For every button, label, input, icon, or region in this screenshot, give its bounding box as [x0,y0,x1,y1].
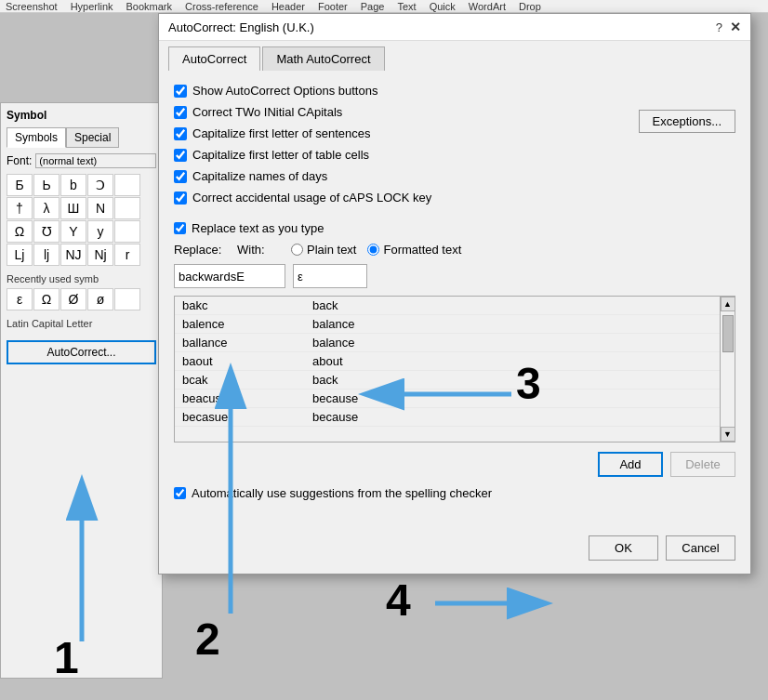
char-cell[interactable]: λ [33,197,60,219]
replace-as-you-type-label: Replace text as you type [192,221,324,235]
checkbox-row-5: Capitalize names of days [174,169,431,183]
recent-char[interactable]: ε [7,288,33,310]
correct-caps-lock-checkbox[interactable] [174,192,187,205]
capitalize-sentences-label: Capitalize first letter of sentences [192,126,370,140]
checkbox-row-2: Correct TWo INitial CApitals [174,105,431,119]
checkbox-row-1: Show AutoCorrect Options buttons [174,84,431,98]
autocorrect-button[interactable]: AutoCorrect... [7,340,156,364]
char-cell[interactable]: lj [33,244,60,266]
tab-bar: AutoCorrect Math AutoCorrect [159,41,750,71]
toolbar-page[interactable]: Page [361,1,385,12]
font-row: Font: (normal text) [7,153,156,168]
tab-symbols[interactable]: Symbols [7,127,66,148]
toolbar-quick[interactable]: Quick [430,1,456,12]
char-cell[interactable] [114,174,140,196]
recent-char[interactable]: Ø [60,288,86,310]
show-autocorrect-options-checkbox[interactable] [174,85,187,98]
capitalize-table-cells-checkbox[interactable] [174,149,187,162]
table-cell-replace: becasue [175,408,305,427]
with-input[interactable] [293,264,367,288]
toolbar-cross-reference[interactable]: Cross-reference [185,1,258,12]
replace-label: Replace: [174,243,230,257]
char-cell[interactable]: r [114,244,140,266]
exceptions-button[interactable]: Exceptions... [639,110,735,133]
char-cell[interactable]: y [87,220,113,243]
help-icon[interactable]: ? [716,20,722,34]
plain-text-radio[interactable] [291,244,303,256]
table-cell-replace: balence [175,315,305,334]
toolbar-screenshot[interactable]: Screenshot [6,1,58,12]
cancel-button[interactable]: Cancel [666,535,735,561]
capitalize-sentences-checkbox[interactable] [174,127,187,140]
radio-formatted-text: Formatted text [367,243,461,257]
ok-button[interactable]: OK [589,535,658,561]
autocorrect-dialog: AutoCorrect: English (U.K.) ? ✕ AutoCorr… [158,13,751,575]
toolbar-drop[interactable]: Drop [519,1,541,12]
badge-4: 4 [386,575,411,626]
symbol-panel-title: Symbol [7,109,156,122]
table-row[interactable]: ballance balance [175,334,735,352]
scrollbar-up-button[interactable]: ▲ [721,297,735,311]
with-label: With: [237,243,274,257]
formatted-text-radio[interactable] [367,244,379,256]
char-cell[interactable]: Б [7,174,33,196]
replace-table-container: bakc back balence balance ballance balan… [174,296,735,442]
table-cell-replace: ballance [175,334,305,352]
char-cell[interactable]: Υ [60,220,86,243]
formatted-text-label: Formatted text [383,243,461,257]
char-cell[interactable]: b [60,174,86,196]
char-cell[interactable]: † [7,197,33,219]
close-icon[interactable]: ✕ [730,20,741,34]
char-cell[interactable]: Ω [7,220,33,243]
capitalize-days-checkbox[interactable] [174,170,187,183]
scrollbar-down-button[interactable]: ▼ [721,427,735,442]
tab-math-autocorrect[interactable]: Math AutoCorrect [262,46,384,71]
toolbar-wordart[interactable]: WordArt [469,1,506,12]
table-row[interactable]: bakc back [175,297,735,315]
replace-check-row: Replace text as you type [174,221,735,235]
table-cell-with: back [305,297,735,315]
recent-char[interactable]: ø [87,288,113,310]
table-row[interactable]: beacuse because [175,390,735,408]
char-cell[interactable] [114,220,140,243]
scrollbar-thumb[interactable] [722,315,734,352]
recent-char[interactable] [114,288,140,310]
toolbar-bookmark[interactable]: Bookmark [126,1,173,12]
vertical-scrollbar[interactable]: ▲ ▼ [720,297,735,442]
table-row[interactable]: becasue because [175,408,735,427]
char-cell[interactable]: Ь [33,174,60,196]
char-cell[interactable]: Ʊ [33,220,60,243]
char-cell[interactable]: Ш [60,197,86,219]
font-input[interactable]: (normal text) [35,153,156,168]
toolbar-header[interactable]: Header [271,1,305,12]
char-cell[interactable]: N [87,197,113,219]
toolbar-footer[interactable]: Footer [318,1,348,12]
table-row[interactable]: baout about [175,352,735,371]
replace-section: Replace text as you type Replace: With: … [174,221,735,500]
replace-table: bakc back balence balance ballance balan… [175,297,735,427]
replace-input[interactable] [174,264,285,288]
recent-char[interactable]: Ω [33,288,60,310]
badge-1: 1 [54,632,79,683]
char-cell[interactable]: Nj [87,244,113,266]
table-row[interactable]: balence balance [175,315,735,334]
char-cell[interactable]: NJ [60,244,86,266]
correct-two-initials-checkbox[interactable] [174,106,187,119]
char-cell[interactable] [114,197,140,219]
toolbar-text[interactable]: Text [397,1,416,12]
add-button[interactable]: Add [598,452,663,477]
char-cell[interactable]: Lj [7,244,33,266]
replace-as-you-type-checkbox[interactable] [174,222,186,234]
radio-group: Plain text Formatted text [291,243,461,257]
table-cell-replace: baout [175,352,305,371]
scrollbar-track [721,311,735,427]
tab-special[interactable]: Special [66,127,119,148]
dialog-content: Show AutoCorrect Options buttons Correct… [159,71,750,528]
toolbar-hyperlink[interactable]: Hyperlink [71,1,113,12]
table-row[interactable]: bcak back [175,371,735,390]
auto-suggest-checkbox[interactable] [174,487,186,499]
delete-button[interactable]: Delete [670,452,735,477]
recently-label: Recently used symb [7,273,156,284]
tab-autocorrect[interactable]: AutoCorrect [168,46,260,71]
char-cell[interactable]: Ɔ [87,174,113,196]
